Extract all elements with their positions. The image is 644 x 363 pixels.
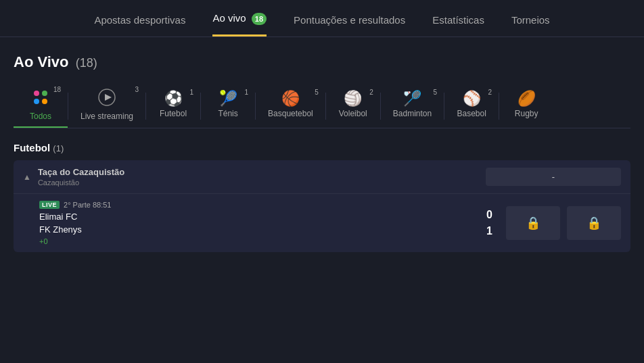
competition-name: Taça do Cazaquistão [38,167,479,177]
svg-point-1 [42,91,47,96]
nav-estatisticas[interactable]: Estatísticas [432,14,484,35]
lock-icon-2: 🔒 [586,216,601,231]
rugby-label: Rugby [515,109,538,118]
sport-tab-rugby[interactable]: 🏉 Rugby [499,87,553,125]
voleibol-label: Voleibol [339,109,367,118]
sport-tab-live-streaming[interactable]: 3 Live streaming [68,84,145,128]
odds-button-1[interactable]: 🔒 [506,206,560,240]
nav-ao-vivo[interactable]: Ao vivo 18 [212,12,267,37]
page-content: Ao Vivo (18) 18 Todos 3 [0,37,644,252]
nav-ao-vivo-label: Ao vivo [212,12,246,24]
basquetebol-icon: 🏀 [281,91,300,106]
page-title: Ao Vivo (18) [14,53,630,71]
tenis-icon: 🎾 [219,91,237,106]
tenis-count: 1 [244,89,248,96]
section-title-futebol: Futebol (1) [14,142,630,153]
rugby-icon: 🏉 [518,91,536,106]
odds-button-2[interactable]: 🔒 [567,206,621,240]
sport-tab-tenis[interactable]: 1 🎾 Ténis [201,87,255,125]
nav-pontuacoes[interactable]: Pontuações e resultados [294,14,405,35]
sport-tab-basebol[interactable]: 2 ⚾ Basebol [444,87,499,125]
svg-marker-5 [105,94,112,101]
sport-tabs: 18 Todos 3 Live streaming [14,84,630,128]
section-futebol-count: (1) [53,143,64,153]
extra-odds[interactable]: +0 [39,237,480,245]
tenis-label: Ténis [218,109,237,118]
match-header-info: Taça do Cazaquistão Cazaquistão [38,167,479,187]
section-futebol-name: Futebol [14,142,50,153]
match-row: LIVE 2° Parte 88:51 Elimai FC FK Zhenys … [14,194,630,252]
voleibol-count: 2 [369,89,373,96]
country-name: Cazaquistão [38,178,479,187]
badminton-count: 5 [434,89,438,96]
match-teams: LIVE 2° Parte 88:51 Elimai FC FK Zhenys … [39,201,480,245]
futebol-count: 1 [189,89,193,96]
live-streaming-label: Live streaming [80,112,133,121]
nav-apostas[interactable]: Apostas desportivas [94,14,185,35]
chevron-up-icon[interactable]: ▲ [23,172,31,182]
futebol-icon: ⚽ [164,91,183,106]
basebol-label: Basebol [457,109,486,118]
sport-tab-basquetebol[interactable]: 5 🏀 Basquetebol [256,87,325,125]
sport-tab-voleibol[interactable]: 2 🏐 Voleibol [326,87,380,125]
team1-name: Elimai FC [39,212,480,222]
score-team1: 0 [486,207,492,223]
basebol-count: 2 [488,89,492,96]
voleibol-icon: 🏐 [344,91,362,106]
basquetebol-count: 5 [315,89,319,96]
svg-point-0 [34,91,39,96]
sport-tab-todos[interactable]: 18 Todos [14,84,68,128]
live-streaming-count: 3 [135,86,139,93]
score-team2: 1 [486,223,492,239]
page-title-count: (18) [76,56,97,70]
ao-vivo-badge: 18 [252,13,267,25]
svg-point-3 [42,99,47,104]
futebol-label: Futebol [160,109,187,118]
match-header: ▲ Taça do Cazaquistão Cazaquistão - [14,160,630,194]
todos-icon [32,89,49,109]
page-title-text: Ao Vivo [14,53,69,70]
todos-label: Todos [30,112,51,121]
svg-point-2 [34,99,39,104]
match-status: LIVE 2° Parte 88:51 [39,201,480,209]
badminton-label: Badminton [393,109,432,118]
badminton-icon: 🏸 [403,91,421,106]
live-streaming-icon [98,89,116,109]
basebol-icon: ⚾ [463,91,481,106]
lock-icon-1: 🔒 [526,216,540,231]
top-nav: Apostas desportivas Ao vivo 18 Pontuaçõe… [0,0,644,37]
team2-name: FK Zhenys [39,224,480,235]
sport-tab-badminton[interactable]: 5 🏸 Badminton [381,87,444,125]
todos-count: 18 [53,86,61,93]
match-score: 0 1 [486,207,492,239]
match-card: ▲ Taça do Cazaquistão Cazaquistão - LIVE… [14,160,630,252]
basquetebol-label: Basquetebol [268,109,313,118]
nav-torneios[interactable]: Torneios [511,14,550,35]
sport-tab-futebol[interactable]: 1 ⚽ Futebol [146,87,200,125]
header-odds[interactable]: - [486,168,621,186]
match-time: 2° Parte 88:51 [64,201,111,209]
live-badge: LIVE [39,201,60,209]
